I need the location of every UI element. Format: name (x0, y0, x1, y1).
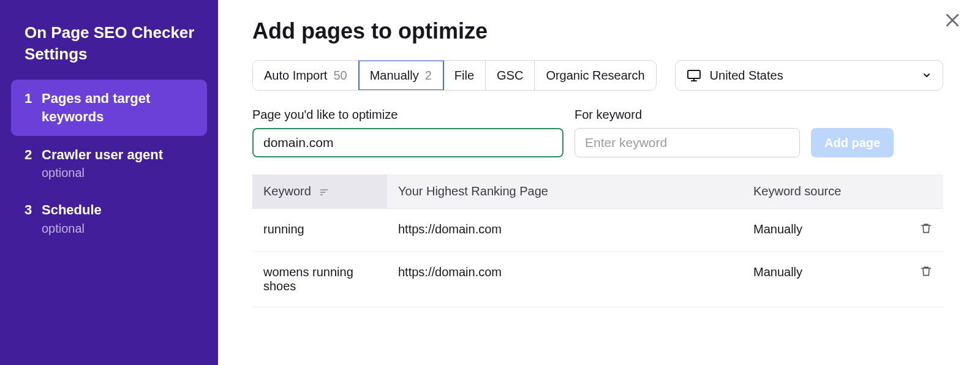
tab-gsc[interactable]: GSC (486, 61, 535, 90)
country-select[interactable]: United States (675, 60, 943, 91)
keyword-input[interactable] (575, 128, 800, 157)
cell-keyword: womens running shoes (252, 252, 387, 307)
cell-source: Manually (742, 209, 907, 252)
delete-row-button[interactable] (920, 265, 932, 280)
tab-label: File (454, 69, 474, 83)
step-number: 3 (24, 201, 33, 219)
keyword-field: For keyword (575, 108, 800, 157)
th-source[interactable]: Keyword source (742, 175, 907, 209)
main-panel: Add pages to optimize Auto Import 50 Man… (218, 0, 980, 365)
th-actions (907, 175, 943, 209)
th-keyword-label: Keyword (263, 184, 311, 198)
trash-icon (920, 222, 932, 238)
page-field: Page you'd like to optimize (252, 108, 564, 157)
close-icon (943, 11, 962, 29)
tab-file[interactable]: File (443, 61, 486, 90)
th-page[interactable]: Your Highest Ranking Page (387, 175, 742, 209)
sidebar-steps: 1 Pages and target keywords 2 Crawler us… (11, 80, 207, 247)
sort-icon (319, 187, 329, 197)
close-button[interactable] (943, 11, 962, 32)
step-number: 1 (24, 89, 33, 108)
step-number: 2 (24, 146, 33, 164)
cell-source: Manually (742, 252, 907, 307)
step-pages-keywords[interactable]: 1 Pages and target keywords (11, 80, 207, 135)
step-label: Crawler user agent (42, 147, 163, 162)
page-title: Add pages to optimize (252, 18, 943, 44)
desktop-icon (687, 68, 701, 83)
cell-page: https://domain.com (387, 209, 742, 252)
tab-count: 2 (425, 69, 432, 83)
tab-auto-import[interactable]: Auto Import 50 (253, 61, 359, 90)
sidebar-title: On Page SEO Checker Settings (24, 22, 207, 65)
tab-label: Organic Research (546, 69, 644, 83)
chevron-down-icon (922, 70, 932, 80)
step-label: Schedule (42, 202, 102, 217)
cell-keyword: running (252, 209, 387, 252)
table-row: running https://domain.com Manually (252, 209, 943, 252)
tab-manually[interactable]: Manually 2 (359, 61, 443, 90)
step-label: Pages and target keywords (42, 91, 150, 124)
delete-row-button[interactable] (920, 222, 932, 238)
th-source-label: Keyword source (753, 184, 841, 198)
page-field-label: Page you'd like to optimize (252, 108, 564, 122)
add-page-button[interactable]: Add page (811, 128, 894, 157)
svg-rect-1 (320, 189, 328, 190)
step-subtitle: optional (42, 165, 163, 181)
step-schedule[interactable]: 3 Schedule optional (11, 191, 207, 247)
keyword-field-label: For keyword (575, 108, 800, 122)
input-row: Page you'd like to optimize For keyword … (252, 108, 943, 157)
topbar: Auto Import 50 Manually 2 File GSC Organ… (252, 60, 943, 91)
svg-rect-3 (320, 194, 323, 195)
svg-rect-0 (688, 70, 700, 78)
tab-label: Auto Import (264, 69, 327, 83)
tab-count: 50 (333, 69, 347, 83)
tab-label: Manually (370, 69, 419, 83)
country-label: United States (710, 69, 783, 83)
th-page-label: Your Highest Ranking Page (398, 184, 548, 198)
page-input[interactable] (252, 128, 564, 157)
keywords-table: Keyword Your Highest Ranking Page Keywor… (252, 175, 943, 307)
th-keyword[interactable]: Keyword (252, 175, 387, 209)
tab-organic-research[interactable]: Organic Research (535, 61, 655, 90)
svg-rect-2 (320, 192, 325, 192)
table-row: womens running shoes https://domain.com … (252, 252, 943, 307)
step-subtitle: optional (42, 220, 102, 237)
trash-icon (920, 265, 932, 280)
step-crawler-agent[interactable]: 2 Crawler user agent optional (11, 136, 207, 192)
tab-label: GSC (497, 69, 523, 83)
source-tabs: Auto Import 50 Manually 2 File GSC Organ… (252, 60, 657, 91)
sidebar: On Page SEO Checker Settings 1 Pages and… (0, 0, 218, 365)
cell-page: https://domain.com (387, 252, 742, 307)
